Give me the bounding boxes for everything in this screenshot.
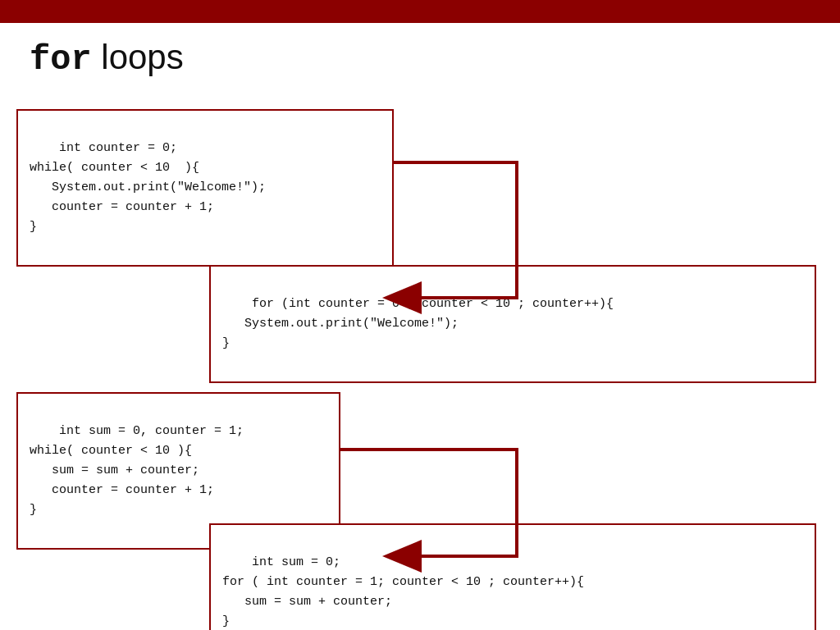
code-box-2-content: for (int counter = 0 ; counter < 10 ; co…	[222, 297, 614, 350]
code-box-1-content: int counter = 0; while( counter < 10 ){ …	[30, 141, 266, 234]
code-box-4-content: int sum = 0; for ( int counter = 1; coun…	[222, 555, 584, 628]
title-keyword: for	[30, 40, 92, 80]
content-area: for loops int counter = 0; while( counte…	[0, 23, 840, 630]
page-title: for loops	[0, 23, 840, 88]
code-box-3-content: int sum = 0, counter = 1; while( counter…	[30, 424, 244, 517]
code-box-2: for (int counter = 0 ; counter < 10 ; co…	[209, 265, 816, 383]
code-box-1: int counter = 0; while( counter < 10 ){ …	[16, 109, 394, 267]
top-bar	[0, 0, 840, 23]
title-rest: loops	[92, 38, 184, 76]
code-box-4: int sum = 0; for ( int counter = 1; coun…	[209, 523, 816, 630]
